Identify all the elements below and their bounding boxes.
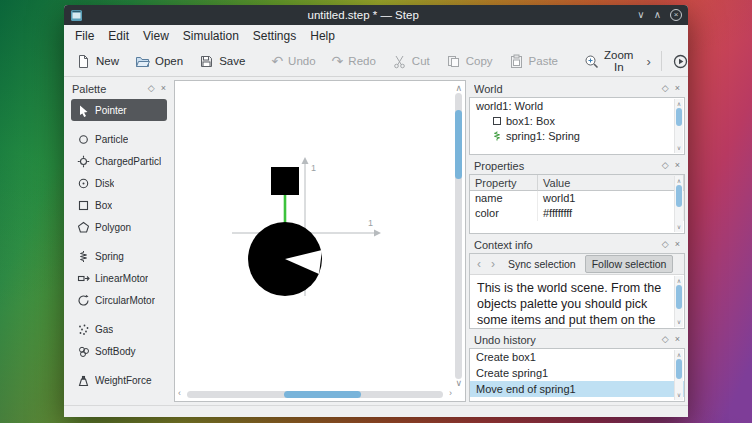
- float-panel-icon[interactable]: ◇: [662, 84, 669, 93]
- scroll-down-icon[interactable]: ∨: [675, 224, 683, 230]
- close-panel-icon[interactable]: ×: [161, 84, 166, 93]
- properties-scrollbar[interactable]: ∧ ∨: [674, 176, 683, 232]
- cut-button[interactable]: Cut: [385, 50, 437, 73]
- sync-selection-button[interactable]: Sync selection: [501, 255, 583, 273]
- palette-item-gas[interactable]: Gas: [71, 318, 167, 340]
- paste-button[interactable]: Paste: [502, 50, 565, 73]
- vertical-scroll-thumb[interactable]: [455, 110, 462, 179]
- scroll-left-icon[interactable]: ‹: [178, 389, 181, 398]
- column-header-value[interactable]: Value: [538, 175, 684, 191]
- scroll-down-icon[interactable]: ∨: [675, 319, 683, 325]
- minimize-icon[interactable]: ∨: [637, 10, 644, 20]
- box1-object[interactable]: [271, 167, 299, 195]
- palette-item-polygon[interactable]: Polygon: [71, 216, 167, 238]
- palette-item-linearmotor[interactable]: LinearMotor: [71, 267, 167, 289]
- scroll-up-icon[interactable]: ∧: [455, 84, 462, 93]
- back-chevron-icon[interactable]: ‹: [473, 258, 485, 270]
- scroll-thumb[interactable]: [676, 185, 682, 207]
- property-color-cell[interactable]: color: [470, 206, 538, 221]
- disk-object[interactable]: [248, 222, 322, 296]
- property-name-value[interactable]: world1: [538, 191, 684, 206]
- maximize-icon[interactable]: ∧: [654, 10, 661, 20]
- float-panel-icon[interactable]: ◇: [148, 84, 155, 93]
- palette-item-box[interactable]: Box: [71, 194, 167, 216]
- palette-panel: Palette ◇ × Pointer Particle: [67, 80, 171, 402]
- spring-icon: [492, 131, 502, 141]
- scroll-thumb[interactable]: [676, 108, 682, 126]
- copy-button[interactable]: Copy: [439, 50, 500, 73]
- undo-item-create-spring1[interactable]: Create spring1: [470, 365, 684, 381]
- palette-item-disk[interactable]: Disk: [71, 172, 167, 194]
- menubar: File Edit View Simulation Settings Help: [64, 25, 688, 46]
- new-button[interactable]: New: [69, 50, 126, 73]
- scroll-down-icon[interactable]: ∨: [455, 379, 462, 388]
- undo-button[interactable]: ↶ Undo: [264, 50, 322, 72]
- float-panel-icon[interactable]: ◇: [662, 335, 669, 344]
- scroll-up-icon[interactable]: ∧: [675, 278, 683, 284]
- palette-list: Pointer Particle ChargedParticle Disk: [67, 97, 171, 402]
- forward-chevron-icon[interactable]: ›: [487, 258, 499, 270]
- palette-item-label: Spring: [95, 251, 124, 262]
- property-color-value[interactable]: #ffffffff: [538, 206, 684, 221]
- menu-view[interactable]: View: [136, 27, 176, 45]
- palette-item-circularmotor[interactable]: CircularMotor: [71, 289, 167, 311]
- undo-item-label: Move end of spring1: [476, 383, 576, 395]
- undo-item-move-end-of-spring1[interactable]: Move end of spring1: [470, 381, 684, 397]
- context-scrollbar[interactable]: ∧ ∨: [674, 276, 683, 327]
- scroll-up-icon[interactable]: ∧: [675, 352, 683, 358]
- scroll-down-icon[interactable]: ∨: [675, 392, 683, 398]
- app-icon: [70, 9, 83, 22]
- scroll-thumb[interactable]: [676, 359, 682, 379]
- world-panel: World ◇ × world1: World box1: Box spring…: [469, 80, 685, 155]
- undo-item-create-box1[interactable]: Create box1: [470, 349, 684, 365]
- scroll-thumb[interactable]: [676, 285, 682, 309]
- palette-item-label: CircularMotor: [95, 295, 155, 306]
- toolbar-expand-button[interactable]: ›: [642, 52, 654, 71]
- world-item-spring1[interactable]: spring1: Spring: [470, 128, 684, 143]
- close-icon[interactable]: ×: [670, 9, 682, 21]
- menu-simulation[interactable]: Simulation: [176, 27, 246, 45]
- menu-edit[interactable]: Edit: [101, 27, 136, 45]
- menu-file[interactable]: File: [68, 27, 101, 45]
- palette-item-softbody[interactable]: SoftBody: [71, 340, 167, 362]
- property-name-cell[interactable]: name: [470, 191, 538, 206]
- palette-item-pointer[interactable]: Pointer: [71, 99, 167, 121]
- scroll-down-icon[interactable]: ∨: [675, 145, 683, 151]
- canvas-horizontal-scrollbar[interactable]: [187, 391, 443, 398]
- palette-item-particle[interactable]: Particle: [71, 128, 167, 150]
- titlebar[interactable]: untitled.step * — Step ∨ ∧ ×: [64, 5, 688, 25]
- desktop-wallpaper: untitled.step * — Step ∨ ∧ × File Edit V…: [0, 0, 752, 423]
- horizontal-scroll-thumb[interactable]: [284, 391, 361, 398]
- palette-item-chargedparticle[interactable]: ChargedParticle: [71, 150, 167, 172]
- canvas-vertical-scrollbar[interactable]: [455, 93, 462, 379]
- close-panel-icon[interactable]: ×: [675, 335, 680, 344]
- palette-item-weightforce[interactable]: WeightForce: [71, 369, 167, 391]
- world-scrollbar[interactable]: ∧ ∨: [674, 99, 683, 153]
- save-button[interactable]: Save: [192, 50, 252, 73]
- zoom-in-button[interactable]: Zoom In: [577, 45, 640, 77]
- close-panel-icon[interactable]: ×: [675, 84, 680, 93]
- scroll-up-icon[interactable]: ∧: [675, 101, 683, 107]
- close-panel-icon[interactable]: ×: [675, 240, 680, 249]
- scroll-up-icon[interactable]: ∧: [675, 178, 683, 184]
- world-item-box1[interactable]: box1: Box: [470, 113, 684, 128]
- float-panel-icon[interactable]: ◇: [662, 161, 669, 170]
- follow-selection-button[interactable]: Follow selection: [585, 255, 674, 273]
- status-bar: [64, 405, 688, 417]
- context-info-panel: Context info ◇ × ‹ › Sync selection Foll…: [469, 236, 685, 329]
- open-button[interactable]: Open: [128, 50, 190, 73]
- palette-item-spring[interactable]: Spring: [71, 245, 167, 267]
- undo-scrollbar[interactable]: ∧ ∨: [674, 350, 683, 400]
- menu-help[interactable]: Help: [303, 27, 342, 45]
- float-panel-icon[interactable]: ◇: [662, 240, 669, 249]
- column-header-property[interactable]: Property: [470, 175, 538, 191]
- undo-history-header: Undo history ◇ ×: [469, 331, 685, 348]
- close-panel-icon[interactable]: ×: [675, 161, 680, 170]
- world-canvas[interactable]: 1 1 ‹ › ∧ ∨: [174, 80, 466, 402]
- scroll-right-icon[interactable]: ›: [449, 389, 452, 398]
- world-item-world1[interactable]: world1: World: [470, 98, 684, 113]
- undo-history-panel: Undo history ◇ × Create box1 Create spri…: [469, 331, 685, 402]
- menu-settings[interactable]: Settings: [246, 27, 303, 45]
- simulate-button[interactable]: Simulate ∨: [666, 50, 688, 73]
- redo-button[interactable]: ↷ Redo: [325, 50, 383, 72]
